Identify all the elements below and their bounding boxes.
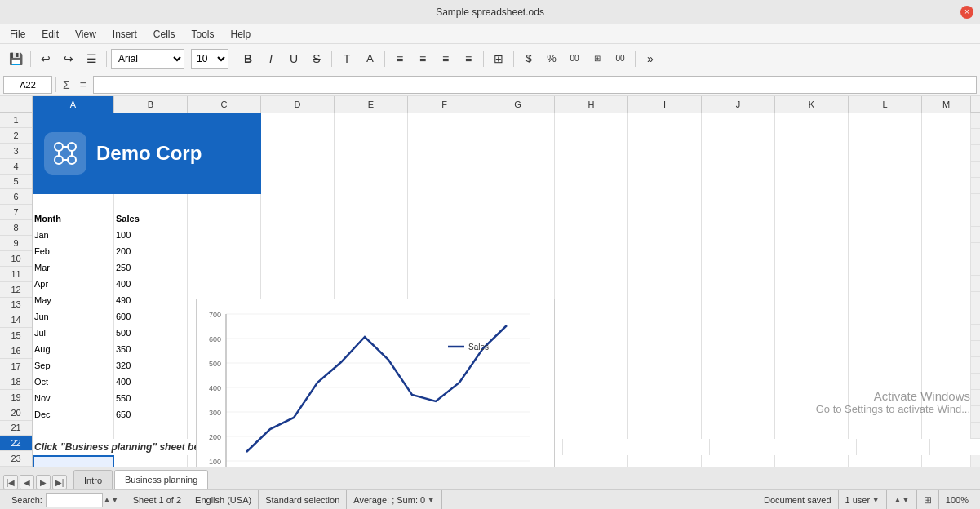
bold-button[interactable]: B xyxy=(237,48,259,69)
cell-g11[interactable] xyxy=(481,276,555,292)
cell-b11[interactable]: 400 xyxy=(114,276,188,292)
cell-m1[interactable] xyxy=(922,113,971,129)
cell-e9[interactable] xyxy=(335,243,408,259)
cell-g2[interactable] xyxy=(481,129,555,145)
cell-c9[interactable] xyxy=(188,243,261,259)
cell-d21[interactable] xyxy=(636,439,710,455)
cell-k17[interactable] xyxy=(775,374,849,390)
cell-l3[interactable] xyxy=(849,145,922,162)
cell-h18[interactable] xyxy=(555,390,628,406)
cell-k10[interactable] xyxy=(775,259,849,276)
undo-button[interactable]: ↩ xyxy=(35,48,56,69)
sum-icon[interactable]: Σ xyxy=(60,78,73,91)
cell-l19[interactable] xyxy=(849,406,922,423)
font-name-select[interactable]: Arial xyxy=(111,49,184,69)
cell-b19[interactable]: 650 xyxy=(114,406,188,423)
cell-l16[interactable] xyxy=(849,357,922,374)
cell-i1[interactable] xyxy=(628,113,702,129)
cell-m18[interactable] xyxy=(922,390,971,406)
cell-h7[interactable] xyxy=(555,210,628,227)
cell-f8[interactable] xyxy=(408,227,481,243)
cell-c21[interactable] xyxy=(563,439,636,455)
cell-d3[interactable] xyxy=(261,145,335,162)
cell-h22[interactable] xyxy=(555,455,628,467)
cell-m17[interactable] xyxy=(922,374,971,390)
cell-l4[interactable] xyxy=(849,162,922,178)
cell-i3[interactable] xyxy=(628,145,702,162)
cell-d4[interactable] xyxy=(261,162,335,178)
cell-j8[interactable] xyxy=(702,227,775,243)
scroll-down-button[interactable]: ▼ xyxy=(902,495,910,504)
cell-m2[interactable] xyxy=(922,129,971,145)
align-center-button[interactable]: ≡ xyxy=(412,48,433,69)
cell-a16[interactable]: Sep xyxy=(33,357,114,374)
cell-h11[interactable] xyxy=(555,276,628,292)
cell-k8[interactable] xyxy=(775,227,849,243)
cell-a14[interactable]: Jul xyxy=(33,325,114,341)
cell-d5[interactable] xyxy=(261,178,335,194)
equals-icon[interactable]: = xyxy=(77,78,90,91)
cell-h4[interactable] xyxy=(555,162,628,178)
cell-m4[interactable] xyxy=(922,162,971,178)
cell-g4[interactable] xyxy=(481,162,555,178)
search-up-button[interactable]: ▲ xyxy=(103,495,111,504)
search-down-button[interactable]: ▼ xyxy=(111,495,119,504)
percent-button[interactable]: % xyxy=(541,48,562,69)
underline-button[interactable]: U xyxy=(283,48,304,69)
cell-f4[interactable] xyxy=(408,162,481,178)
cell-d11[interactable] xyxy=(261,276,335,292)
cell-b14[interactable]: 500 xyxy=(114,325,188,341)
close-button[interactable]: × xyxy=(960,6,973,19)
cell-h2[interactable] xyxy=(555,129,628,145)
cell-k5[interactable] xyxy=(775,178,849,194)
cell-e10[interactable] xyxy=(335,259,408,276)
cell-b22[interactable] xyxy=(114,455,188,467)
cell-j4[interactable] xyxy=(702,162,775,178)
cell-m3[interactable] xyxy=(922,145,971,162)
menu-view[interactable]: View xyxy=(69,27,103,42)
cell-e5[interactable] xyxy=(335,178,408,194)
cell-i2[interactable] xyxy=(628,129,702,145)
save-button[interactable]: 💾 xyxy=(5,48,26,69)
menu-insert[interactable]: Insert xyxy=(106,27,144,42)
cell-k7[interactable] xyxy=(775,210,849,227)
cell-l10[interactable] xyxy=(849,259,922,276)
cell-h6[interactable] xyxy=(555,194,628,210)
cell-i11[interactable] xyxy=(628,276,702,292)
formula-input[interactable] xyxy=(93,76,977,94)
cell-e3[interactable] xyxy=(335,145,408,162)
cell-c10[interactable] xyxy=(188,259,261,276)
cell-j9[interactable] xyxy=(702,243,775,259)
cell-m8[interactable] xyxy=(922,227,971,243)
cell-k6[interactable] xyxy=(775,194,849,210)
cell-a10[interactable]: Mar xyxy=(33,259,114,276)
search-input[interactable] xyxy=(46,493,103,507)
cell-b13[interactable]: 600 xyxy=(114,308,188,325)
cell-e8[interactable] xyxy=(335,227,408,243)
cell-k13[interactable] xyxy=(775,308,849,325)
col-header-m[interactable]: M xyxy=(922,96,971,113)
cell-b16[interactable]: 320 xyxy=(114,357,188,374)
cell-a15[interactable]: Aug xyxy=(33,341,114,357)
cell-m13[interactable] xyxy=(922,308,971,325)
cell-h13[interactable] xyxy=(555,308,628,325)
cell-e4[interactable] xyxy=(335,162,408,178)
cell-h8[interactable] xyxy=(555,227,628,243)
cell-a8[interactable]: Jan xyxy=(33,227,114,243)
text-format-button[interactable]: T xyxy=(336,48,357,69)
cell-l22[interactable] xyxy=(849,455,922,467)
cell-l9[interactable] xyxy=(849,243,922,259)
cell-b12[interactable]: 490 xyxy=(114,292,188,308)
stats-dropdown-button[interactable]: ▼ xyxy=(427,495,435,504)
cell-j1[interactable] xyxy=(702,113,775,129)
cell-l11[interactable] xyxy=(849,276,922,292)
cell-f10[interactable] xyxy=(408,259,481,276)
cell-m12[interactable] xyxy=(922,292,971,308)
align-right-button[interactable]: ≡ xyxy=(435,48,456,69)
cell-g5[interactable] xyxy=(481,178,555,194)
cell-e6[interactable] xyxy=(335,194,408,210)
redo-button[interactable]: ↪ xyxy=(58,48,79,69)
cell-h12[interactable] xyxy=(555,292,628,308)
cell-m16[interactable] xyxy=(922,357,971,374)
cell-f3[interactable] xyxy=(408,145,481,162)
